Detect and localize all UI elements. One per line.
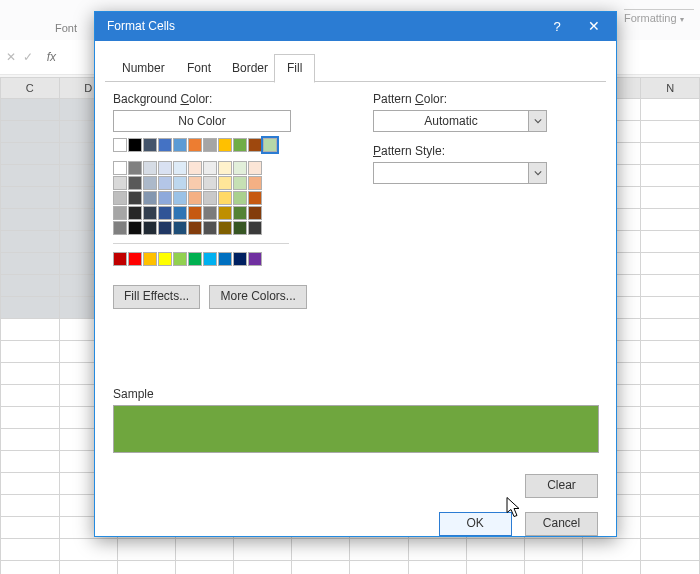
color-swatch[interactable] <box>143 138 157 152</box>
color-swatch[interactable] <box>248 161 262 175</box>
tint-color-palette <box>113 161 343 235</box>
color-swatch[interactable] <box>143 176 157 190</box>
chevron-down-icon <box>528 163 546 183</box>
pattern-style-dropdown[interactable] <box>373 162 547 184</box>
color-swatch[interactable] <box>218 206 232 220</box>
color-swatch[interactable] <box>113 191 127 205</box>
fx-icon[interactable]: fx <box>47 50 56 64</box>
dialog-close-button[interactable]: ✕ <box>578 12 610 41</box>
color-swatch[interactable] <box>143 221 157 235</box>
color-swatch[interactable] <box>143 252 157 266</box>
tab-fill[interactable]: Fill <box>274 54 315 83</box>
color-swatch[interactable] <box>248 191 262 205</box>
no-color-button[interactable]: No Color <box>113 110 291 132</box>
color-swatch[interactable] <box>248 138 262 152</box>
color-swatch[interactable] <box>143 206 157 220</box>
sample-preview <box>113 405 599 453</box>
color-swatch[interactable] <box>233 161 247 175</box>
color-swatch[interactable] <box>158 252 172 266</box>
color-swatch[interactable] <box>173 206 187 220</box>
color-swatch[interactable] <box>233 206 247 220</box>
format-cells-dialog: Format Cells ? ✕ Number Font Border Fill… <box>94 11 617 537</box>
color-swatch[interactable] <box>203 206 217 220</box>
color-swatch[interactable] <box>188 206 202 220</box>
color-swatch[interactable] <box>218 252 232 266</box>
color-swatch[interactable] <box>248 221 262 235</box>
chevron-down-icon <box>528 111 546 131</box>
color-swatch[interactable] <box>203 191 217 205</box>
color-swatch[interactable] <box>128 191 142 205</box>
pattern-color-dropdown[interactable]: Automatic <box>373 110 547 132</box>
ribbon-group-font: Font <box>55 22 77 34</box>
color-swatch[interactable] <box>128 221 142 235</box>
ok-button[interactable]: OK <box>439 512 512 536</box>
pattern-color-value: Automatic <box>374 114 528 128</box>
color-swatch[interactable] <box>233 221 247 235</box>
color-swatch[interactable] <box>173 161 187 175</box>
color-swatch[interactable] <box>128 252 142 266</box>
color-swatch[interactable] <box>188 191 202 205</box>
color-swatch[interactable] <box>248 252 262 266</box>
more-colors-button[interactable]: More Colors... <box>209 285 306 309</box>
color-swatch[interactable] <box>188 161 202 175</box>
color-swatch[interactable] <box>128 176 142 190</box>
background-color-label: Background Color: <box>113 92 343 106</box>
color-swatch[interactable] <box>143 161 157 175</box>
color-swatch[interactable] <box>173 191 187 205</box>
color-swatch[interactable] <box>188 176 202 190</box>
color-swatch[interactable] <box>233 138 247 152</box>
color-swatch[interactable] <box>158 161 172 175</box>
color-swatch[interactable] <box>158 191 172 205</box>
color-swatch[interactable] <box>128 206 142 220</box>
color-swatch[interactable] <box>143 191 157 205</box>
color-swatch[interactable] <box>248 206 262 220</box>
formula-cancel-icon[interactable]: ✕ <box>6 50 16 64</box>
color-swatch[interactable] <box>218 191 232 205</box>
color-swatch[interactable] <box>233 252 247 266</box>
color-swatch[interactable] <box>218 138 232 152</box>
color-swatch[interactable] <box>218 176 232 190</box>
cancel-button[interactable]: Cancel <box>525 512 598 536</box>
color-swatch[interactable] <box>203 176 217 190</box>
color-swatch[interactable] <box>218 221 232 235</box>
dialog-help-button[interactable]: ? <box>542 12 572 41</box>
color-swatch[interactable] <box>218 161 232 175</box>
color-swatch[interactable] <box>233 176 247 190</box>
color-swatch[interactable] <box>203 252 217 266</box>
color-swatch[interactable] <box>113 206 127 220</box>
color-swatch[interactable] <box>113 161 127 175</box>
formula-accept-icon[interactable]: ✓ <box>23 50 33 64</box>
color-swatch[interactable] <box>203 138 217 152</box>
color-swatch[interactable] <box>113 252 127 266</box>
color-swatch[interactable] <box>158 206 172 220</box>
color-swatch[interactable] <box>263 138 277 152</box>
color-swatch[interactable] <box>203 161 217 175</box>
color-swatch[interactable] <box>113 221 127 235</box>
sample-label: Sample <box>113 387 599 401</box>
color-swatch[interactable] <box>158 176 172 190</box>
color-swatch[interactable] <box>158 221 172 235</box>
color-swatch[interactable] <box>173 176 187 190</box>
clear-button[interactable]: Clear <box>525 474 598 498</box>
color-swatch[interactable] <box>173 138 187 152</box>
ribbon-group-formatting: Formatting ▾ <box>624 0 694 24</box>
color-swatch[interactable] <box>233 191 247 205</box>
pattern-style-label: Pattern Style: <box>373 144 598 158</box>
color-swatch[interactable] <box>188 252 202 266</box>
color-swatch[interactable] <box>113 138 127 152</box>
standard-color-palette <box>113 252 343 266</box>
color-swatch[interactable] <box>173 252 187 266</box>
color-swatch[interactable] <box>188 138 202 152</box>
color-swatch[interactable] <box>128 161 142 175</box>
tab-border[interactable]: Border <box>219 54 281 81</box>
color-swatch[interactable] <box>128 138 142 152</box>
fill-effects-button[interactable]: Fill Effects... <box>113 285 200 309</box>
color-swatch[interactable] <box>248 176 262 190</box>
color-swatch[interactable] <box>158 138 172 152</box>
color-swatch[interactable] <box>188 221 202 235</box>
color-swatch[interactable] <box>113 176 127 190</box>
tab-number[interactable]: Number <box>109 54 178 81</box>
color-swatch[interactable] <box>203 221 217 235</box>
color-swatch[interactable] <box>173 221 187 235</box>
tab-font[interactable]: Font <box>174 54 224 81</box>
